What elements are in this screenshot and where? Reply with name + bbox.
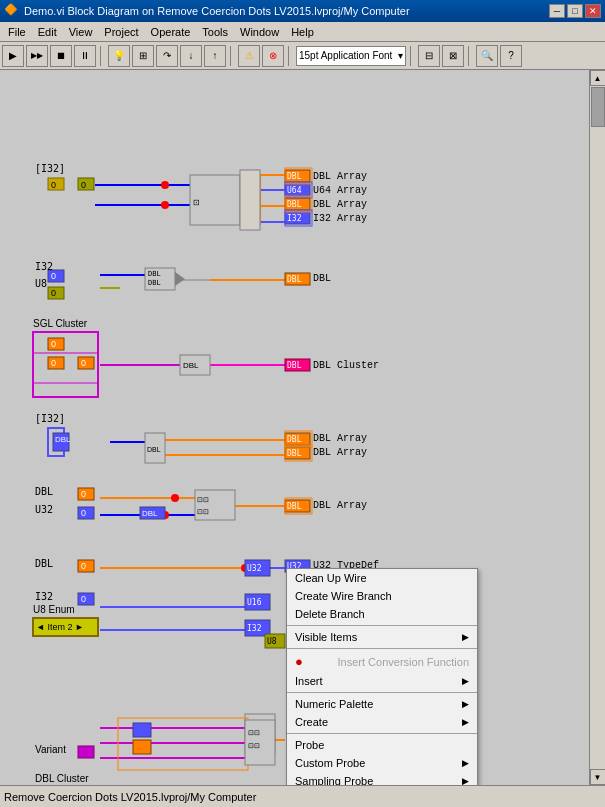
ctx-insert-conversion-bullet: ●: [295, 654, 303, 669]
svg-text:U8 Enum: U8 Enum: [33, 604, 75, 615]
svg-point-31: [161, 201, 169, 209]
menu-help[interactable]: Help: [285, 24, 320, 40]
svg-text:DBL: DBL: [183, 361, 199, 370]
tool-button[interactable]: ?: [500, 45, 522, 67]
menu-edit[interactable]: Edit: [32, 24, 63, 40]
svg-text:⊡⊡: ⊡⊡: [248, 742, 260, 749]
svg-rect-145: [133, 740, 151, 754]
menu-window[interactable]: Window: [234, 24, 285, 40]
menu-view[interactable]: View: [63, 24, 99, 40]
svg-text:DBL: DBL: [147, 446, 161, 453]
svg-text:U16: U16: [247, 598, 262, 607]
scroll-up-button[interactable]: ▲: [590, 70, 606, 86]
ctx-insert-conversion: ● Insert Conversion Function: [287, 651, 477, 672]
run-cont-button[interactable]: ▶▶: [26, 45, 48, 67]
step-into-button[interactable]: ↓: [180, 45, 202, 67]
ctx-create[interactable]: Create ▶: [287, 713, 477, 731]
svg-text:DBL: DBL: [287, 502, 302, 511]
retain-button[interactable]: ⊞: [132, 45, 154, 67]
step-out-button[interactable]: ↑: [204, 45, 226, 67]
warn-button[interactable]: ⚠: [238, 45, 260, 67]
svg-text:0: 0: [81, 561, 86, 571]
menu-file[interactable]: File: [2, 24, 32, 40]
ctx-create-arrow: ▶: [462, 717, 469, 727]
scroll-thumb[interactable]: [591, 87, 605, 127]
svg-text:U32: U32: [35, 504, 53, 515]
ctx-numeric-palette-arrow: ▶: [462, 699, 469, 709]
menu-tools[interactable]: Tools: [196, 24, 234, 40]
svg-text:DBL Array: DBL Array: [313, 171, 367, 182]
svg-text:0: 0: [81, 508, 86, 518]
window-controls: ─ □ ✕: [549, 4, 601, 18]
ctx-visible-items[interactable]: Visible Items ▶: [287, 628, 477, 646]
ctx-delete-branch[interactable]: Delete Branch: [287, 605, 477, 623]
maximize-button[interactable]: □: [567, 4, 583, 18]
ctx-create-branch-label: Create Wire Branch: [295, 590, 392, 602]
svg-text:DBL: DBL: [55, 435, 71, 444]
scroll-track[interactable]: [590, 86, 606, 769]
svg-point-30: [161, 181, 169, 189]
svg-text:DBL: DBL: [35, 486, 53, 497]
svg-text:0: 0: [51, 271, 56, 281]
ctx-sampling-probe-label: Sampling Probe: [295, 775, 373, 785]
ctx-visible-items-arrow: ▶: [462, 632, 469, 642]
ctx-sampling-probe[interactable]: Sampling Probe ▶: [287, 772, 477, 785]
svg-rect-144: [133, 723, 151, 737]
pause-button[interactable]: ⏸: [74, 45, 96, 67]
highlight-button[interactable]: 💡: [108, 45, 130, 67]
svg-text:DBL: DBL: [142, 509, 158, 518]
svg-rect-46: [195, 490, 235, 520]
zoom-button[interactable]: 🔍: [476, 45, 498, 67]
svg-text:[I32]: [I32]: [35, 413, 65, 424]
svg-text:◄ Item 2 ►: ◄ Item 2 ►: [36, 622, 84, 632]
svg-marker-38: [175, 272, 185, 286]
toolbar-sep-4: [410, 46, 414, 66]
window-title: Demo.vi Block Diagram on Remove Coercion…: [24, 5, 549, 17]
font-selector[interactable]: 15pt Application Font ▾: [296, 46, 406, 66]
menu-operate[interactable]: Operate: [145, 24, 197, 40]
close-button[interactable]: ✕: [585, 4, 601, 18]
toolbar: ▶ ▶▶ ⏹ ⏸ 💡 ⊞ ↷ ↓ ↑ ⚠ ⊗ 15pt Application …: [0, 42, 605, 70]
abort-button[interactable]: ⏹: [50, 45, 72, 67]
menu-project[interactable]: Project: [98, 24, 144, 40]
svg-text:I32: I32: [35, 591, 53, 602]
ctx-create-branch[interactable]: Create Wire Branch: [287, 587, 477, 605]
svg-text:⊡⊡: ⊡⊡: [248, 729, 260, 736]
scroll-down-button[interactable]: ▼: [590, 769, 606, 785]
font-dropdown-icon: ▾: [398, 50, 403, 61]
ctx-custom-probe-label: Custom Probe: [295, 757, 365, 769]
ctx-custom-probe[interactable]: Custom Probe ▶: [287, 754, 477, 772]
scrollbar-vertical[interactable]: ▲ ▼: [589, 70, 605, 785]
ctx-probe[interactable]: Probe: [287, 736, 477, 754]
toolbar-sep-5: [468, 46, 472, 66]
svg-text:DBL Array: DBL Array: [313, 500, 367, 511]
minimize-button[interactable]: ─: [549, 4, 565, 18]
err-button[interactable]: ⊗: [262, 45, 284, 67]
svg-rect-41: [240, 170, 260, 230]
svg-text:⊡⊡: ⊡⊡: [197, 508, 209, 515]
svg-text:0: 0: [81, 594, 86, 604]
run-button[interactable]: ▶: [2, 45, 24, 67]
ctx-sep-3: [287, 692, 477, 693]
ctx-numeric-palette[interactable]: Numeric Palette ▶: [287, 695, 477, 713]
svg-text:Variant: Variant: [35, 744, 66, 755]
step-over-button[interactable]: ↷: [156, 45, 178, 67]
ctx-insert[interactable]: Insert ▶: [287, 672, 477, 690]
app-icon: 🔶: [4, 3, 20, 19]
svg-text:DBL: DBL: [148, 270, 161, 278]
svg-text:DBL Array: DBL Array: [313, 433, 367, 444]
svg-text:DBL: DBL: [287, 275, 302, 284]
svg-text:U64 Array: U64 Array: [313, 185, 367, 196]
svg-text:I32: I32: [287, 214, 302, 223]
align-button[interactable]: ⊟: [418, 45, 440, 67]
status-bar: Remove Coercion Dots LV2015.lvproj/My Co…: [0, 785, 605, 807]
ctx-cleanup-wire-label: Clean Up Wire: [295, 572, 367, 584]
svg-text:DBL: DBL: [287, 172, 302, 181]
ctx-insert-arrow: ▶: [462, 676, 469, 686]
svg-text:⊡⊡: ⊡⊡: [197, 496, 209, 503]
ctx-sep-4: [287, 733, 477, 734]
block-diagram-canvas[interactable]: DBL DBL ⊡ DBL DBL ⊡⊡ ⊡⊡ U32 U16: [0, 70, 589, 785]
svg-text:I32 Array: I32 Array: [313, 213, 367, 224]
ctx-cleanup-wire[interactable]: Clean Up Wire: [287, 569, 477, 587]
dist-button[interactable]: ⊠: [442, 45, 464, 67]
